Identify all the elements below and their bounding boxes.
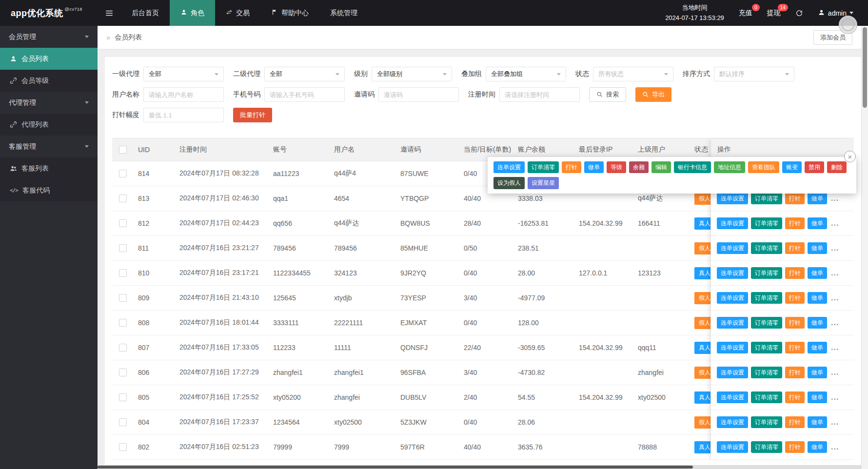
- chain-order-settings-button[interactable]: 连单设置: [717, 193, 748, 204]
- filter-select[interactable]: 全部: [264, 67, 345, 81]
- menu-toggle-icon[interactable]: [98, 0, 121, 26]
- make-order-button[interactable]: 做单: [808, 342, 827, 353]
- make-order-button[interactable]: 做单: [808, 193, 827, 204]
- popup-action-button[interactable]: 设置星星: [528, 177, 559, 189]
- make-order-button[interactable]: 做单: [808, 416, 827, 428]
- sidebar-item-member-list[interactable]: 会员列表: [0, 48, 98, 70]
- row-checkbox[interactable]: [119, 294, 127, 302]
- inject-button[interactable]: 打针: [785, 416, 805, 428]
- row-checkbox[interactable]: [119, 170, 127, 177]
- inject-button[interactable]: 打针: [785, 267, 805, 279]
- more-actions-button[interactable]: ...: [831, 443, 839, 451]
- order-reset-button[interactable]: 订单清零: [751, 317, 782, 329]
- withdraw-link[interactable]: 提现 14: [767, 9, 781, 18]
- more-actions-button[interactable]: ...: [831, 343, 839, 352]
- inject-button[interactable]: 打针: [785, 193, 805, 204]
- nav-item-system[interactable]: 系统管理: [319, 0, 368, 26]
- make-order-button[interactable]: 做单: [808, 217, 827, 229]
- row-checkbox[interactable]: [119, 219, 127, 227]
- make-order-button[interactable]: 做单: [808, 391, 827, 403]
- more-actions-button[interactable]: ...: [831, 219, 839, 228]
- chain-order-settings-button[interactable]: 连单设置: [717, 367, 748, 378]
- floating-widget[interactable]: [839, 16, 857, 34]
- nav-item-home[interactable]: 后台首页: [121, 0, 170, 26]
- chain-order-settings-button[interactable]: 连单设置: [717, 416, 748, 428]
- row-checkbox[interactable]: [119, 443, 127, 451]
- make-order-button[interactable]: 做单: [808, 242, 827, 254]
- filter-select[interactable]: 全部级别: [372, 67, 452, 81]
- make-order-button[interactable]: 做单: [808, 441, 827, 453]
- chain-order-settings-button[interactable]: 连单设置: [717, 217, 748, 229]
- order-reset-button[interactable]: 订单清零: [751, 292, 782, 304]
- chain-order-settings-button[interactable]: 连单设置: [717, 342, 748, 353]
- nav-item-roles[interactable]: 角色: [170, 0, 215, 26]
- more-actions-button[interactable]: ...: [831, 293, 839, 302]
- chain-order-settings-button[interactable]: 连单设置: [717, 317, 748, 329]
- sidebar-item-support-list[interactable]: 客服列表: [0, 157, 98, 179]
- popup-action-button[interactable]: 账变: [782, 161, 802, 173]
- order-reset-button[interactable]: 订单清零: [751, 217, 782, 229]
- row-checkbox[interactable]: [119, 244, 127, 252]
- filter-input[interactable]: [143, 87, 224, 102]
- order-reset-button[interactable]: 订单清零: [751, 391, 782, 403]
- popup-action-button[interactable]: 银行卡信息: [674, 161, 711, 173]
- sidebar-group-members[interactable]: 会员管理: [0, 26, 98, 48]
- inject-button[interactable]: 打针: [785, 317, 805, 329]
- more-actions-button[interactable]: ...: [831, 393, 839, 402]
- more-actions-button[interactable]: ...: [831, 194, 839, 203]
- row-checkbox[interactable]: [119, 393, 127, 401]
- order-reset-button[interactable]: 订单清零: [751, 267, 782, 279]
- filter-input[interactable]: [499, 87, 580, 102]
- sidebar-item-support-code[interactable]: </> 客服代码: [0, 179, 98, 201]
- inject-button[interactable]: 打针: [785, 292, 805, 304]
- sidebar-group-support[interactable]: 客服管理: [0, 136, 98, 157]
- more-actions-button[interactable]: ...: [831, 368, 839, 377]
- order-reset-button[interactable]: 订单清零: [751, 367, 782, 378]
- filter-input[interactable]: [378, 87, 459, 102]
- popup-action-button[interactable]: 连单设置: [493, 161, 525, 173]
- sidebar-item-agent-list[interactable]: 代理列表: [0, 114, 98, 136]
- inject-range-input[interactable]: [143, 108, 224, 122]
- order-reset-button[interactable]: 订单清零: [751, 416, 782, 428]
- chain-order-settings-button[interactable]: 连单设置: [717, 292, 748, 304]
- inject-button[interactable]: 打针: [785, 367, 805, 378]
- inject-button[interactable]: 打针: [785, 441, 805, 453]
- popup-action-button[interactable]: 编辑: [651, 161, 671, 173]
- batch-inject-button[interactable]: 批量打针: [233, 108, 272, 122]
- make-order-button[interactable]: 做单: [808, 317, 827, 329]
- filter-select[interactable]: 全部: [143, 67, 224, 81]
- row-checkbox[interactable]: [119, 418, 127, 426]
- make-order-button[interactable]: 做单: [808, 267, 827, 279]
- row-checkbox[interactable]: [119, 195, 127, 202]
- chain-order-settings-button[interactable]: 连单设置: [717, 267, 748, 279]
- filter-select[interactable]: 所有状态: [593, 67, 673, 81]
- more-actions-button[interactable]: ...: [831, 269, 839, 277]
- inject-button[interactable]: 打针: [785, 391, 805, 403]
- chain-order-settings-button[interactable]: 连单设置: [717, 391, 748, 403]
- chain-order-settings-button[interactable]: 连单设置: [717, 242, 748, 254]
- vertical-scrollbar[interactable]: [861, 26, 868, 469]
- recharge-link[interactable]: 充值 0: [739, 9, 752, 18]
- inject-button[interactable]: 打针: [785, 217, 805, 229]
- filter-select[interactable]: 默认排序: [714, 67, 794, 81]
- popup-action-button[interactable]: 设为假人: [493, 177, 525, 189]
- popup-action-button[interactable]: 余额: [629, 161, 649, 173]
- make-order-button[interactable]: 做单: [808, 292, 827, 304]
- popup-action-button[interactable]: 订单清零: [528, 161, 559, 173]
- order-reset-button[interactable]: 订单清零: [751, 342, 782, 353]
- order-reset-button[interactable]: 订单清零: [751, 441, 782, 453]
- filter-input[interactable]: [264, 87, 345, 102]
- popup-action-button[interactable]: 查看团队: [748, 161, 779, 173]
- sidebar-item-member-level[interactable]: 会员等级: [0, 70, 98, 92]
- row-checkbox[interactable]: [119, 269, 127, 277]
- chain-order-settings-button[interactable]: 连单设置: [717, 441, 748, 453]
- row-checkbox[interactable]: [119, 319, 127, 327]
- search-button[interactable]: 搜索: [589, 87, 626, 102]
- more-actions-button[interactable]: ...: [831, 244, 839, 253]
- popup-action-button[interactable]: 删除: [827, 161, 847, 173]
- close-icon[interactable]: ×: [844, 151, 856, 162]
- horizontal-scrollbar[interactable]: [98, 465, 861, 469]
- order-reset-button[interactable]: 订单清零: [751, 242, 782, 254]
- inject-button[interactable]: 打针: [785, 242, 805, 254]
- popup-action-button[interactable]: 地址信息: [714, 161, 745, 173]
